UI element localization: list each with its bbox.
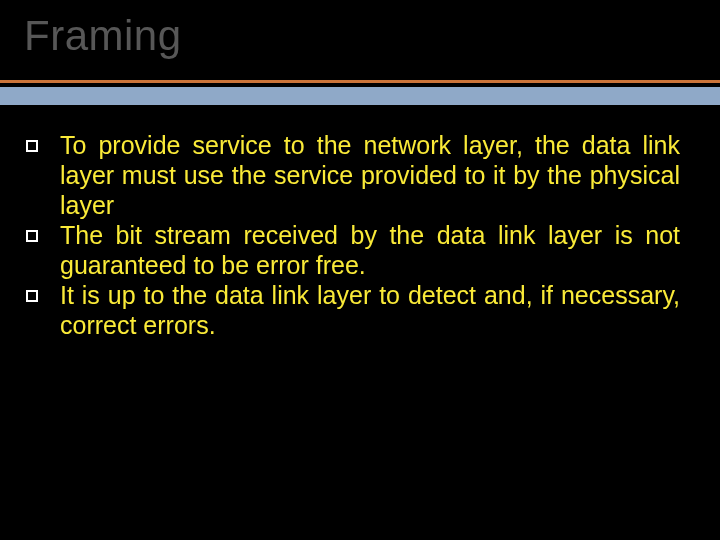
bullet-text: To provide service to the network layer,… [60, 130, 680, 220]
bullet-icon [26, 230, 38, 242]
bullet-icon [26, 140, 38, 152]
page-title: Framing [24, 12, 182, 60]
title-underline [0, 80, 720, 105]
accent-line-thin [0, 80, 720, 83]
bullet-text: The bit stream received by the data link… [60, 220, 680, 280]
content-area: To provide service to the network layer,… [44, 130, 680, 340]
bullet-text: It is up to the data link layer to detec… [60, 280, 680, 340]
slide: Framing To provide service to the networ… [0, 0, 720, 540]
list-item: The bit stream received by the data link… [44, 220, 680, 280]
accent-line-thick [0, 87, 720, 105]
bullet-icon [26, 290, 38, 302]
list-item: To provide service to the network layer,… [44, 130, 680, 220]
list-item: It is up to the data link layer to detec… [44, 280, 680, 340]
